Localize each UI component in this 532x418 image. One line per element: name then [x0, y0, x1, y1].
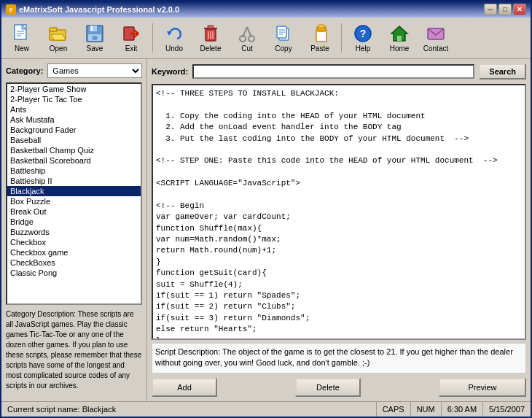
new-button[interactable]: New [4, 20, 39, 56]
main-window: e eMatrixSoft Javascript Professional v2… [0, 0, 532, 418]
list-item[interactable]: Checkbox game [7, 247, 141, 258]
save-icon [85, 23, 105, 44]
open-icon [48, 23, 69, 44]
list-item[interactable]: Background Fader [7, 125, 141, 135]
copy-icon [273, 23, 294, 44]
list-item[interactable]: Bridge [7, 217, 141, 227]
keyword-input[interactable] [192, 64, 474, 79]
keyword-row: Keyword: Search [152, 63, 526, 80]
action-buttons: Add Delete Preview [152, 378, 526, 397]
time-text: 6:30 AM [447, 405, 477, 414]
list-item[interactable]: Basketball Champ Quiz [7, 145, 141, 155]
list-item[interactable]: 2-Player Game Show [7, 84, 141, 94]
list-item[interactable]: 2-Player Tic Tac Toe [7, 94, 141, 104]
exit-icon [121, 23, 141, 44]
svg-line-26 [247, 27, 251, 37]
list-item[interactable]: Box Puzzle [7, 196, 141, 206]
list-item[interactable]: Battleship [7, 166, 141, 176]
exit-label: Exit [125, 44, 138, 53]
left-panel: Category: Games 2-Player Game Show2-Play… [1, 59, 147, 401]
contact-button[interactable]: Contact [418, 20, 453, 56]
exit-button[interactable]: Exit [114, 20, 149, 56]
svg-text:?: ? [360, 28, 367, 39]
list-item[interactable]: Basketball Scoreboard [7, 155, 141, 166]
paste-button[interactable]: Paste [302, 20, 337, 56]
code-area[interactable]: <!-- THREE STEPS TO INSTALL BLACKJACK: 1… [153, 85, 525, 338]
help-icon: ? [353, 23, 373, 44]
list-item[interactable]: Checkbox [7, 237, 141, 247]
list-item[interactable]: CheckBoxes [7, 258, 141, 268]
help-button[interactable]: ? Help [345, 20, 380, 56]
svg-rect-38 [397, 36, 402, 41]
new-label: New [15, 44, 29, 53]
list-item[interactable]: Battleship II [7, 176, 141, 186]
help-label: Help [356, 44, 371, 53]
title-bar-left: e eMatrixSoft Javascript Professional v2… [6, 4, 179, 15]
keyword-label: Keyword: [152, 67, 188, 76]
category-row: Category: Games [6, 63, 142, 78]
svg-line-25 [243, 27, 247, 37]
script-description: Script Description: The object of the ga… [152, 343, 526, 374]
num-text: NUM [417, 405, 435, 414]
new-icon [12, 23, 32, 44]
toolbar-sep-2 [341, 23, 342, 53]
maximize-button[interactable]: □ [498, 4, 512, 15]
open-label: Open [50, 44, 67, 53]
cut-button[interactable]: Cut [230, 20, 265, 56]
open-button[interactable]: Open [41, 20, 76, 56]
delete-icon [200, 23, 221, 44]
svg-rect-19 [208, 26, 214, 28]
preview-button[interactable]: Preview [439, 378, 526, 397]
svg-rect-6 [50, 28, 57, 31]
undo-button[interactable]: Undo [157, 20, 192, 56]
category-label: Category: [6, 66, 43, 75]
category-select[interactable]: Games [47, 63, 142, 78]
right-panel: Keyword: Search <!-- THREE STEPS TO INST… [147, 59, 531, 401]
minimize-button[interactable]: ─ [484, 4, 497, 15]
toolbar: New Open Save [1, 18, 531, 59]
home-button[interactable]: Home [382, 20, 417, 56]
list-item[interactable]: Buzzwords [7, 227, 141, 237]
main-area: Category: Games 2-Player Game Show2-Play… [1, 59, 531, 401]
copy-button[interactable]: Copy [266, 20, 301, 56]
save-label: Save [87, 44, 103, 53]
caps-status: CAPS [377, 402, 411, 417]
list-item[interactable]: Ants [7, 104, 141, 115]
list-item[interactable]: Ask Mustafa [7, 115, 141, 125]
contact-label: Contact [423, 44, 448, 53]
save-button[interactable]: Save [77, 20, 112, 56]
list-item[interactable]: Baseball [7, 135, 141, 145]
date-text: 5/15/2007 [489, 405, 525, 414]
add-button[interactable]: Add [152, 378, 217, 397]
delete-label: Delete [200, 44, 222, 53]
window-title: eMatrixSoft Javascript Professional v2.0… [19, 5, 179, 14]
title-bar-buttons: ─ □ ✕ [484, 4, 526, 15]
paste-icon [310, 23, 330, 44]
home-label: Home [390, 44, 410, 53]
list-item[interactable]: Classic Pong [7, 268, 141, 278]
svg-rect-34 [318, 25, 324, 28]
undo-icon [164, 23, 184, 44]
svg-point-11 [92, 36, 98, 40]
toolbar-sep-1 [152, 23, 153, 53]
cut-label: Cut [241, 44, 253, 53]
home-icon [389, 23, 410, 44]
date-status: 5/15/2007 [483, 402, 531, 417]
scripts-list[interactable]: 2-Player Game Show2-Player Tic Tac ToeAn… [6, 82, 142, 305]
list-item[interactable]: Break Out [7, 206, 141, 217]
list-item[interactable]: Blackjack [7, 186, 141, 196]
category-description: Category Description: These scripts are … [6, 309, 142, 397]
copy-label: Copy [275, 44, 292, 53]
svg-rect-9 [91, 26, 93, 31]
current-script-status: Current script name: Blackjack [1, 402, 377, 417]
current-script-text: Current script name: Blackjack [7, 405, 116, 414]
title-bar: e eMatrixSoft Javascript Professional v2… [1, 1, 531, 18]
close-button[interactable]: ✕ [513, 4, 526, 15]
status-bar: Current script name: Blackjack CAPS NUM … [1, 401, 531, 417]
delete-action-button[interactable]: Delete [295, 378, 361, 397]
paste-label: Paste [310, 44, 329, 53]
delete-button[interactable]: Delete [193, 20, 228, 56]
search-button[interactable]: Search [479, 63, 526, 80]
num-status: NUM [411, 402, 442, 417]
app-icon: e [6, 4, 16, 15]
